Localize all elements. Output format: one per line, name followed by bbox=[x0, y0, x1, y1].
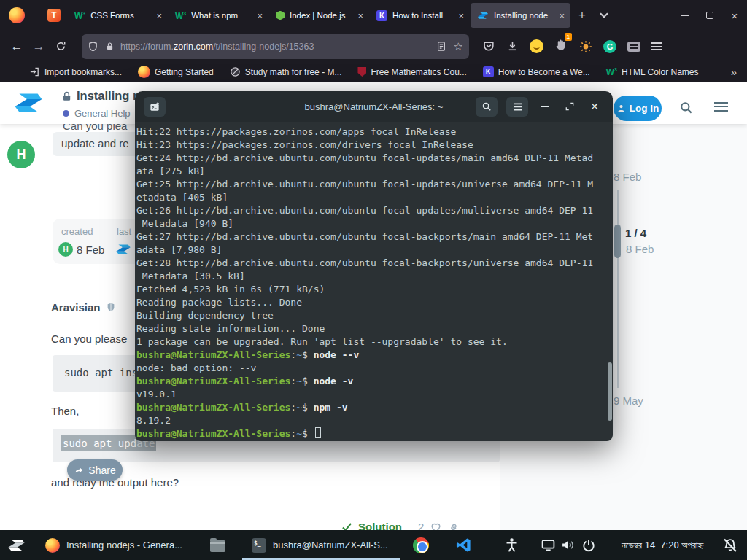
zorin-logo[interactable] bbox=[13, 88, 44, 118]
notifications-button[interactable] bbox=[722, 530, 738, 560]
tab-title: CSS Forms bbox=[90, 11, 155, 20]
tab-close-icon[interactable]: × bbox=[155, 10, 163, 21]
taskbar-terminal-window[interactable]: $_ bushra@NatriumZX-All-S... bbox=[252, 530, 388, 560]
close-button[interactable]: × bbox=[722, 0, 747, 31]
reload-icon bbox=[55, 41, 66, 52]
grammarly-icon[interactable]: G bbox=[603, 40, 616, 53]
heart-icon[interactable] bbox=[430, 521, 442, 531]
tab-strip: W3CSS Forms×W3What is npm×Index | Node.j… bbox=[68, 0, 571, 31]
terminal-line: bushra@NatriumZX-All-Series:~$ bbox=[136, 427, 610, 440]
terminal-maximize-button[interactable] bbox=[562, 98, 578, 114]
extension-with-badge[interactable]: 1 bbox=[554, 38, 568, 55]
extension-icons: 1 G bbox=[482, 38, 662, 55]
terminal-minimize-button[interactable] bbox=[537, 98, 553, 114]
pocket-icon[interactable] bbox=[482, 40, 495, 52]
tab-installing-node[interactable]: Installing node× bbox=[471, 3, 570, 28]
bookmark-star-icon[interactable]: ☆ bbox=[454, 40, 463, 53]
extension-badge: 1 bbox=[565, 33, 572, 41]
kinsta-icon: K bbox=[376, 10, 387, 21]
bell-muted-icon bbox=[722, 537, 738, 553]
forum-menu-icon[interactable] bbox=[714, 102, 728, 112]
timeline-scrubber[interactable] bbox=[614, 225, 621, 258]
taskbar-firefox-window[interactable]: Installing nodejs - Genera... bbox=[45, 530, 182, 560]
power-button[interactable] bbox=[582, 530, 595, 560]
reader-view-icon[interactable] bbox=[436, 41, 446, 52]
display-settings-button[interactable] bbox=[541, 530, 555, 560]
post-author[interactable]: Aravisian bbox=[51, 301, 116, 314]
tab-close-icon[interactable]: × bbox=[356, 10, 365, 21]
terminal-new-tab-button[interactable] bbox=[144, 97, 166, 117]
tab-list-button[interactable] bbox=[593, 4, 615, 26]
pinned-tab-icon: T bbox=[47, 9, 61, 22]
notes-extension-icon[interactable] bbox=[627, 42, 640, 52]
solution-check-icon bbox=[341, 522, 352, 530]
terminal-close-button[interactable]: ✕ bbox=[587, 98, 603, 114]
login-button[interactable]: Log In bbox=[614, 96, 662, 121]
post-paragraph: Then, bbox=[51, 405, 79, 417]
tab-css-forms[interactable]: W3CSS Forms× bbox=[68, 3, 168, 28]
volume-button[interactable] bbox=[561, 530, 575, 560]
taskbar-vscode-button[interactable] bbox=[455, 530, 472, 560]
timeline-end-date[interactable]: 9 May bbox=[614, 394, 643, 407]
tab-close-icon[interactable]: × bbox=[557, 10, 566, 21]
taskbar-chrome-button[interactable] bbox=[413, 530, 429, 560]
bookmarks-overflow-icon[interactable]: » bbox=[731, 66, 737, 78]
bookmark-how-to-become-a-we[interactable]: KHow to Become a We... bbox=[483, 66, 590, 77]
account-avatar-icon[interactable] bbox=[530, 39, 543, 53]
new-tab-button[interactable]: + bbox=[571, 4, 593, 26]
terminal-titlebar[interactable]: bushra@NatriumZX-All-Series: ~ ✕ bbox=[135, 91, 613, 122]
bookmark-label: Import bookmarks... bbox=[44, 67, 122, 77]
link-icon[interactable] bbox=[448, 521, 460, 531]
dark-reader-sun-icon[interactable] bbox=[579, 40, 592, 53]
maximize-icon bbox=[706, 12, 713, 19]
mathplanet-icon bbox=[230, 66, 241, 77]
tab-close-icon[interactable]: × bbox=[457, 10, 465, 21]
terminal-line: Get:26 http://bd.archive.ubuntu.com/ubun… bbox=[136, 204, 610, 217]
maximize-button[interactable] bbox=[697, 0, 722, 31]
bookmark-label: Getting Started bbox=[155, 67, 214, 77]
bookmark-import-bookmarks[interactable]: Import bookmarks... bbox=[29, 66, 122, 77]
bookmark-free-mathematics-cou[interactable]: Free Mathematics Cou... bbox=[357, 67, 466, 77]
terminal-line: Metadata [940 B] bbox=[136, 217, 610, 230]
bookmark-label: HTML Color Names bbox=[622, 67, 699, 77]
created-date: 8 Feb bbox=[77, 244, 104, 256]
search-icon[interactable] bbox=[679, 101, 693, 114]
download-icon[interactable] bbox=[506, 40, 519, 52]
bookmark-study-math-for-free-m[interactable]: Study math for free - M... bbox=[230, 66, 342, 77]
terminal-line: ata [275 kB] bbox=[136, 165, 610, 178]
reload-button[interactable] bbox=[50, 36, 71, 58]
terminal-search-button[interactable] bbox=[476, 97, 498, 117]
category-label[interactable]: General Help bbox=[74, 108, 131, 119]
terminal-menu-button[interactable] bbox=[506, 97, 528, 117]
zorin-avatar[interactable] bbox=[115, 241, 131, 257]
browser-menu-icon[interactable] bbox=[651, 42, 662, 50]
post-paragraph: Can you please bbox=[51, 332, 127, 345]
taskbar-files-button[interactable] bbox=[210, 530, 225, 560]
solution-label[interactable]: Solution bbox=[358, 521, 402, 530]
firefox-view-button[interactable] bbox=[0, 3, 34, 28]
clock[interactable]: নভেম্বর 14 7:20 অপরাহ্ন bbox=[622, 530, 703, 560]
pinned-tab[interactable]: T bbox=[40, 3, 68, 28]
accessibility-button[interactable] bbox=[505, 530, 519, 560]
minimize-button[interactable] bbox=[673, 0, 697, 31]
timeline-current-date: 8 Feb bbox=[626, 243, 654, 255]
avatar[interactable]: H bbox=[58, 242, 73, 257]
bookmark-getting-started[interactable]: Getting Started bbox=[138, 66, 214, 78]
terminal-scrollbar[interactable] bbox=[608, 362, 612, 421]
share-button[interactable]: Share bbox=[67, 459, 123, 481]
tab-what-is-npm[interactable]: W3What is npm× bbox=[169, 3, 268, 28]
forward-button[interactable]: → bbox=[28, 36, 50, 58]
terminal-line: 8.19.2 bbox=[136, 414, 610, 427]
tab-close-icon[interactable]: × bbox=[255, 10, 264, 21]
app-menu-button[interactable] bbox=[7, 530, 26, 560]
bookmark-html-color-names[interactable]: W3HTML Color Names bbox=[606, 67, 699, 77]
terminal-output[interactable]: Hit:22 https://packages.zorinos.com/apps… bbox=[135, 122, 613, 441]
tab-index-node-js[interactable]: Index | Node.js× bbox=[269, 3, 369, 28]
new-terminal-tab-icon bbox=[149, 101, 160, 112]
avatar[interactable]: H bbox=[7, 141, 35, 168]
back-button[interactable]: ← bbox=[6, 36, 28, 58]
crimson-shield-icon bbox=[357, 67, 366, 77]
tab-how-to-install[interactable]: KHow to Install× bbox=[370, 3, 470, 28]
terminal-line: 1 package can be upgraded. Run 'apt list… bbox=[136, 335, 610, 349]
url-bar[interactable]: https://forum.zorin.com/t/installing-nod… bbox=[82, 34, 469, 59]
